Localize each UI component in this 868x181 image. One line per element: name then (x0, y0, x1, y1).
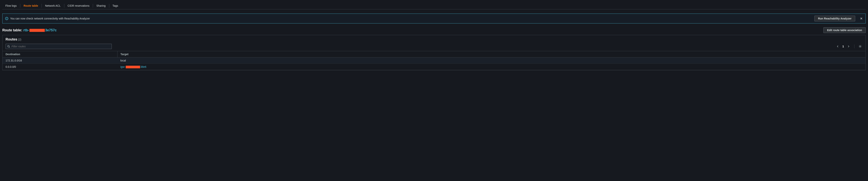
edit-route-table-association-button[interactable]: Edit route table association (824, 27, 866, 33)
page-number: 1 (842, 45, 844, 48)
search-icon (7, 45, 10, 48)
col-target[interactable]: Target (117, 51, 866, 58)
tab-tags[interactable]: Tags (109, 2, 122, 9)
info-icon: i (5, 17, 8, 20)
tab-network-acl[interactable]: Network ACL (41, 2, 64, 9)
route-table-id-prefix: rtb- (23, 28, 29, 32)
igw-prefix: igw- (120, 65, 125, 68)
igw-link[interactable]: igw-38e6 (120, 65, 146, 68)
routes-count: (2) (18, 38, 21, 41)
tab-route-table[interactable]: Route table (20, 2, 41, 9)
tab-bar: Flow logs Route table Network ACL CIDR r… (2, 2, 866, 9)
filter-routes-input[interactable] (11, 45, 110, 48)
cell-destination: 0.0.0.0/0 (2, 64, 117, 70)
tab-flow-logs[interactable]: Flow logs (2, 2, 20, 9)
svg-point-4 (860, 46, 861, 47)
run-reachability-analyzer-button[interactable]: Run Reachability Analyzer (814, 16, 855, 22)
tab-cidr-reservations[interactable]: CIDR reservations (64, 2, 93, 9)
settings-button[interactable] (858, 44, 863, 49)
tab-sharing[interactable]: Sharing (93, 2, 109, 9)
pager: 1 (835, 44, 863, 49)
banner-message: You can now check network connectivity w… (10, 17, 90, 20)
route-table-id-link[interactable]: rtb-3e757c (23, 28, 57, 32)
cell-destination: 172.31.0.0/16 (2, 58, 117, 64)
cell-target: local (117, 58, 866, 64)
route-table-id-suffix: 3e757c (45, 28, 57, 32)
svg-line-3 (9, 47, 10, 48)
routes-panel-header: Routes (2) (2, 35, 866, 44)
routes-panel: Routes (2) 1 (2, 35, 866, 70)
svg-point-2 (8, 45, 9, 47)
routes-table: Destination Target 172.31.0.0/16 local 0… (2, 51, 866, 70)
col-destination[interactable]: Destination (2, 51, 117, 58)
redacted-segment (126, 66, 140, 68)
route-table-label: Route table: (2, 28, 22, 32)
table-row: 172.31.0.0/16 local (2, 58, 866, 64)
next-page-button[interactable] (846, 44, 851, 49)
redacted-segment (29, 29, 45, 32)
prev-page-button[interactable] (835, 44, 840, 49)
pager-divider (854, 44, 855, 48)
cell-target: igw-38e6 (117, 64, 866, 70)
filter-row: 1 (2, 44, 866, 51)
table-row: 0.0.0.0/0 igw-38e6 (2, 64, 866, 70)
filter-routes-search[interactable] (5, 44, 112, 49)
routes-title: Routes (5, 37, 17, 41)
reachability-banner: i You can now check network connectivity… (2, 13, 866, 24)
igw-suffix: 38e6 (141, 65, 146, 68)
route-table-section-header: Route table: rtb-3e757c Edit route table… (2, 27, 866, 33)
close-icon[interactable] (860, 17, 863, 20)
